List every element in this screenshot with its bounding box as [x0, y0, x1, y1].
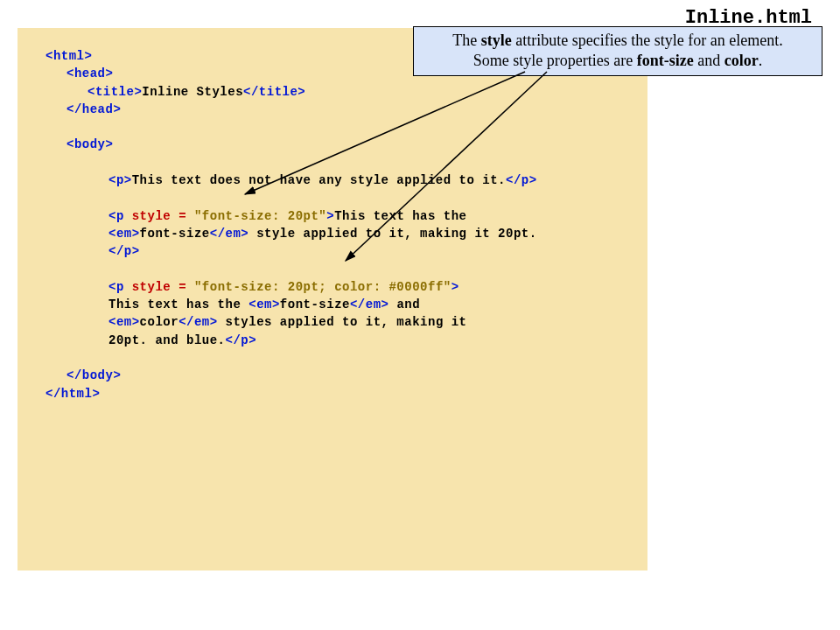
- tag-p3-gt: >: [452, 280, 459, 294]
- tag-em-close: </em>: [210, 227, 249, 241]
- tag-p3-open: <p: [108, 280, 132, 294]
- p3-text-b: and: [388, 298, 428, 312]
- tag-title-open: <title>: [88, 85, 142, 99]
- tag-p1-open: <p>: [108, 173, 132, 187]
- callout-l2-post: .: [759, 52, 763, 69]
- tag-p1-close: </p>: [506, 173, 537, 187]
- p3-em1: font-size: [280, 298, 350, 312]
- tag-em-open: <em>: [108, 227, 140, 241]
- tag-title-close: </title>: [243, 85, 305, 99]
- callout-l2-b1: font-size: [637, 52, 694, 69]
- callout-l2-mid: and: [694, 52, 724, 69]
- tag-body-close: </body>: [66, 368, 121, 382]
- p3-em2: color: [140, 315, 179, 329]
- tag-em-open-2: <em>: [248, 298, 280, 312]
- p3-text-a: This text has the: [108, 298, 248, 312]
- p3-text-d: 20pt. and blue.: [108, 333, 226, 347]
- callout-l2-pre: Some style properties are: [473, 52, 637, 69]
- tag-head-open: <head>: [66, 66, 113, 80]
- callout-l1-pre: The: [452, 32, 480, 49]
- p2-attr-value: "font-size: 20pt": [194, 209, 326, 223]
- tag-em-open-3: <em>: [108, 315, 140, 329]
- callout-l2-b2: color: [724, 52, 759, 69]
- tag-em-close-2: </em>: [350, 298, 389, 312]
- p2-em-text: font-size: [140, 227, 210, 241]
- callout-l1-b1: style: [481, 32, 512, 49]
- title-text: Inline Styles: [142, 85, 243, 99]
- tag-html-open: <html>: [46, 49, 92, 63]
- callout-l1-mid: attribute specifies the style for an ele…: [512, 32, 783, 49]
- tag-head-close: </head>: [66, 102, 121, 116]
- callout-box: The style attribute specifies the style …: [413, 26, 822, 76]
- p2-text-b: style applied to it, making it 20pt.: [248, 227, 536, 241]
- tag-em-close-3: </em>: [178, 315, 218, 329]
- code-block: <html> <head> <title>Inline Styles</titl…: [18, 28, 648, 570]
- tag-html-close: </html>: [46, 387, 100, 401]
- p3-attr-value: "font-size: 20pt; color: #0000ff": [194, 280, 452, 294]
- p2-attr-name: style =: [132, 209, 194, 223]
- tag-p2-close: </p>: [108, 244, 140, 258]
- tag-p2-open: <p: [108, 209, 132, 223]
- p3-attr-name: style =: [132, 280, 194, 294]
- p2-text-a: This text has the: [334, 209, 474, 223]
- p1-text: This text does not have any style applie…: [132, 173, 506, 187]
- tag-body-open: <body>: [66, 137, 113, 151]
- tag-p2-gt: >: [326, 209, 334, 223]
- p3-text-c: styles applied to it, making it: [218, 315, 467, 329]
- tag-p3-close: </p>: [226, 333, 257, 347]
